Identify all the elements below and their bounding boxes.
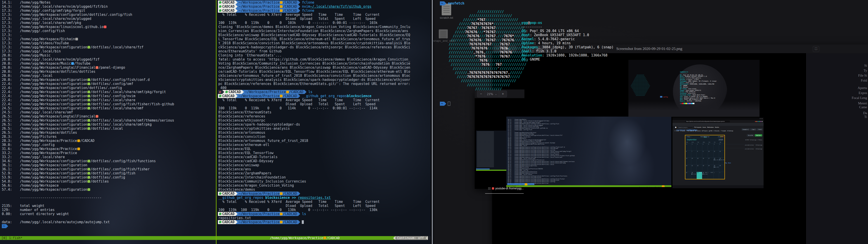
path-emoji-icon	[323, 237, 326, 239]
mini-prompt-bar	[476, 169, 490, 170]
terminal-line: 22.4:/home/ygg/Workspace/configuration/d…	[0, 102, 216, 106]
powerline-arrow-icon	[236, 94, 238, 98]
nested-calendar-widget: + Today ‹ › Week Month Year ⌕ ▦ ☰ Septem…	[685, 135, 725, 179]
prompt-user-chip: CADCAD	[218, 4, 236, 8]
shell-prompt[interactable]: CADCAD~/Workspace/Practice/CADCADls	[217, 212, 431, 216]
prompt-cwd-chip: ~/Workspace/Practice/CADCAD	[238, 4, 298, 8]
terminal-line: 17.3:/home/ygg/Workspace/Qichain	[0, 37, 216, 41]
terminal-line: 20.0:/home/ygg/.local/share/nvim/plugged…	[0, 57, 216, 61]
neofetch-info: ygg@pop-os----------OS: Pop!_OS 20.04 LT…	[522, 21, 614, 61]
terminal-line: 22.4:/home/ygg/Workspace/configuration/d…	[0, 94, 216, 98]
terminal-line: 14.3:/home/ygg/.local/share/nvim/plugged…	[0, 4, 216, 8]
nested-ascii-logo: ////////// //////////// ////////////// /…	[631, 74, 650, 96]
zoom-out-button[interactable]: −	[477, 91, 485, 97]
terminal-output-line: BlockScience/EQL_Tensorflow	[217, 151, 431, 155]
nested-repo-tabs: <> Code ⊙ Issues ⑂ Pull requests ▶ Actio…	[674, 130, 733, 131]
mini-tmux-bar	[476, 170, 506, 171]
terminal-line: 36.1:/home/ygg/Workspace/configuration	[0, 163, 216, 167]
property-label: Expos	[859, 91, 867, 95]
tmux-session-label: [0] 1:fish*	[1, 236, 22, 240]
chevron-down-icon: ⌄	[495, 91, 497, 97]
terminal-output-line: % Total % Received % Xferd Average Speed…	[217, 13, 431, 17]
nested-screenshot-neofetch: ////////// //////////// ////////////// /…	[628, 60, 760, 117]
shell-prompt[interactable]: CADCAD~/Workspace/Practice/CADCAD	[217, 191, 431, 196]
terminal-line: 24.5:/home/ygg/.local/share/omf	[0, 110, 216, 114]
shell-prompt[interactable]: CADCAD~/Workspace/Practice/CADCADfclone	[217, 8, 431, 13]
shell-prompt[interactable]: ~	[0, 224, 216, 228]
fullscreen-button[interactable]: ⛶	[813, 46, 819, 52]
nested-url-bar: https://github.com/LinuxIsCool/configura…	[685, 120, 730, 122]
terminal-line: 22.4:/home/ygg/Workspace/configuration/d…	[0, 98, 216, 102]
property-label: Meteri	[858, 101, 867, 105]
terminal-output-line: BlockScience/ans	[217, 167, 431, 171]
folder-icon	[439, 29, 448, 38]
calendar-day: 24	[708, 165, 713, 172]
tmux-statusbar-middle[interactable]: /home/ygg/Workspace/Practice/CADCAD Cont…	[217, 236, 431, 240]
terminal-cadcad[interactable]: CADCAD~/Workspace/Practice/CADCADfcloneC…	[216, 0, 431, 244]
image-properties-sidebar[interactable]: SiTyFile SiFoldApertuExposFocal LengMete…	[806, 53, 868, 244]
command-text: blockscience	[266, 196, 292, 200]
shell-prompt[interactable]: CADCAD~/Workspace/Practice/CADCADnvim ~/…	[217, 4, 431, 8]
prompt-cwd-chip: ~/Workspace/Practice/CADCAD	[238, 0, 298, 4]
prompt-cwd-chip: ~/Workspace/Practice/CADCAD	[238, 191, 298, 196]
terminal-line: 33.2:/home/ygg/Workspace/Practice	[0, 151, 216, 155]
zoom-control[interactable]: − 21%⌄ +	[477, 91, 507, 97]
terminal-output-line: repositories.txt	[217, 216, 431, 220]
path-emoji-icon	[88, 123, 90, 126]
path-emoji-icon	[280, 213, 283, 215]
calendar-day: 3	[719, 172, 724, 179]
terminal-output-line: L_Tensorflow BlockScience/EQL BlockScien…	[217, 37, 431, 41]
path-emoji-icon	[280, 95, 283, 97]
zoom-level-dropdown[interactable]: 21%⌄	[485, 91, 499, 97]
terminal-line: 17.3:/home/ygg/.config/omf/pkg/forgit	[0, 8, 216, 13]
terminal-output-line: Dload Upload Total Spent Left Speed	[217, 204, 431, 208]
calendar-day: 115.3°C	[708, 172, 713, 179]
path-emoji-icon	[104, 26, 106, 28]
terminal-output-line: BlockScience/Community_Inclusion_Currenc…	[217, 179, 431, 183]
nested-extension-icons	[755, 120, 763, 122]
terminal-output-line: Cloning 'BlockScience/demos BlockScience…	[217, 25, 431, 29]
autojump-output: 14.1:/home/ygg/Notes14.3:/home/ygg/.loca…	[0, 0, 216, 228]
calendar-day: 15	[696, 157, 702, 165]
calendar-day: 6	[685, 150, 691, 158]
terminal-line: 20.0:/home/ygg/.local	[0, 74, 216, 78]
terminal-line: ----------------------------------------	[0, 196, 216, 200]
path-emoji-icon	[286, 91, 289, 93]
prompt-cwd-chip: ~	[440, 1, 444, 5]
prompt-user-chip: CADCAD	[218, 212, 236, 216]
terminal-output-line: BlockScience/uniswap	[217, 163, 431, 167]
snake-icon	[219, 192, 221, 195]
window-control-dots	[721, 136, 724, 137]
terminal-line: 129:number of entries	[0, 208, 216, 212]
command-continuation-line: __github_get_org_repos blockscience >> r…	[217, 196, 431, 200]
powerline-arrow-icon	[444, 1, 446, 5]
command-text: ls	[302, 212, 306, 216]
calendar-month: September	[687, 139, 697, 141]
shell-prompt[interactable]: ✘CADCAD~/Workspace/Practice/CADCADls	[217, 90, 431, 94]
terminal-line: 22.4:/home/ygg/Workspace/configuration/d…	[0, 90, 216, 94]
shell-prompt[interactable]: CADCAD~/Workspace/Practice/CADCAD	[217, 220, 431, 224]
terminal-output-line: nce/ZarghamPapers BlockScience/ans Block…	[217, 65, 431, 69]
command-text: nvim	[302, 4, 310, 8]
shell-prompt[interactable]: CADCAD~/Workspace/Practice/CADCADfclone	[217, 0, 431, 4]
snake-icon	[219, 213, 221, 215]
terminal-autojump[interactable]: 14.1:/home/ygg/Notes14.3:/home/ygg/.loca…	[0, 0, 216, 244]
powerline-arrow-icon	[298, 4, 300, 8]
cadcad-output: CADCAD~/Workspace/Practice/CADCADfcloneC…	[217, 0, 431, 224]
terminal-output-line: BlockScience/references	[217, 114, 431, 118]
zoom-in-button[interactable]: +	[499, 91, 507, 97]
calendar-day: 14	[691, 157, 697, 165]
terminal-line: 2135:total weight	[0, 204, 216, 208]
calendar-day: 10	[708, 150, 713, 158]
property-label: Ti	[864, 115, 867, 119]
tmux-statusbar-left[interactable]: [0] 1:fish*	[0, 236, 216, 240]
path-emoji-icon	[88, 188, 90, 191]
youtube-dl-icon	[492, 187, 494, 189]
terminal-line: 57.4:/home/ygg/Workspace/configuration	[0, 187, 216, 191]
terminal-output-line: sion_Currencies BlockScience/InterchainF…	[217, 29, 431, 33]
shell-prompt[interactable]: ~	[438, 102, 450, 106]
terminal-line: 53.9:/home/ygg/Workspace/configuration/d…	[0, 175, 216, 179]
nested-repo-actions: Unwatch ▾ 1☆ Star 0⑂ Fork 0	[740, 127, 763, 132]
calendar-day: 27	[685, 172, 691, 179]
shell-prompt[interactable]: CADCAD~/Workspace/Practice/CADCAD__githu…	[217, 94, 431, 98]
